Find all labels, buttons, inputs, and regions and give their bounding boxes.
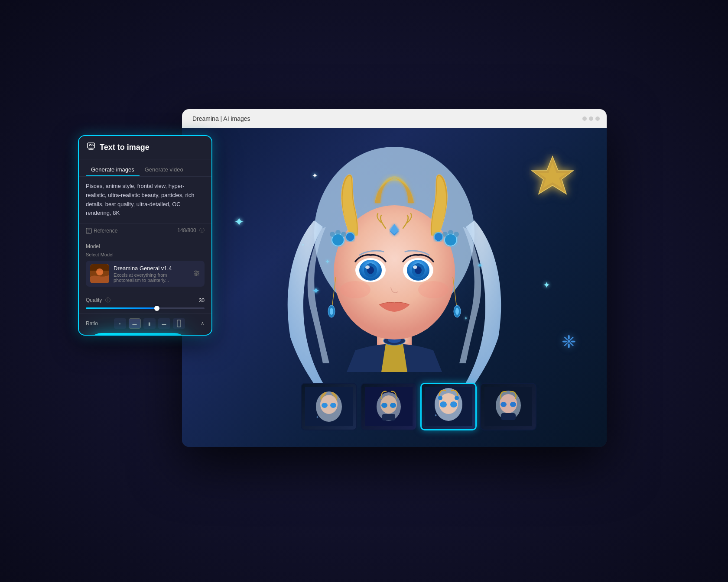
model-info: Dreamina General v1.4 Excels at everythi… (114, 265, 189, 283)
thumbnail-1[interactable]: ✦ (301, 383, 357, 430)
star-decoration-large (529, 154, 572, 197)
svg-text:✦: ✦ (325, 258, 330, 265)
left-panel: Text to image Generate images Generate v… (78, 135, 212, 336)
svg-point-37 (455, 308, 459, 315)
svg-point-24 (330, 232, 335, 237)
ratio-icon-wide: ▬ (162, 321, 166, 326)
svg-point-88 (195, 274, 197, 276)
reference-label[interactable]: Reference (86, 228, 117, 234)
select-model-label: Select Model (86, 252, 205, 257)
generate-button[interactable]: ✦ Generate (88, 333, 188, 336)
panel-header: Text to image (79, 136, 211, 159)
svg-point-61 (455, 396, 459, 400)
svg-point-49 (330, 403, 336, 408)
model-section-label: Model (86, 243, 205, 249)
svg-point-62 (440, 401, 447, 407)
browser-dot-3 (595, 116, 600, 121)
sparkle-1: ✦ (234, 215, 244, 229)
browser-title: Dreamina | AI images (189, 115, 579, 122)
svg-point-26 (341, 232, 346, 237)
char-count-info-icon: ⓘ (199, 227, 205, 233)
svg-point-69 (500, 402, 507, 407)
quality-slider[interactable] (86, 307, 205, 309)
ratio-icon-portrait: ▮ (148, 321, 151, 326)
svg-point-20 (346, 233, 354, 241)
model-description: Excels at everything from photorealism t… (114, 272, 189, 283)
thumbnail-2[interactable] (361, 383, 417, 430)
svg-point-63 (450, 401, 457, 407)
tab-generate-video[interactable]: Generate video (140, 164, 188, 176)
svg-point-82 (96, 268, 103, 275)
sparkle-2: ✦ (543, 280, 550, 290)
svg-point-75 (89, 145, 91, 146)
quality-label: Quality ⓘ (86, 297, 110, 304)
ratio-icon-landscape: ▬ (133, 321, 137, 326)
quality-section: Quality ⓘ 30 (79, 292, 211, 314)
ratio-btn-portrait[interactable]: ▮ (143, 318, 156, 329)
prompt-text: Pisces, anime style, frontal view, hyper… (86, 182, 205, 218)
tab-generate-images[interactable]: Generate images (86, 164, 140, 176)
quality-row: Quality ⓘ 30 (86, 297, 205, 304)
browser-titlebar: Dreamina | AI images (182, 109, 607, 128)
prompt-area[interactable]: Pisces, anime style, frontal view, hyper… (79, 177, 211, 223)
browser-dot-2 (589, 116, 593, 121)
svg-point-19 (413, 265, 417, 269)
ratio-section: Ratio ▪ ▬ ▮ ▬ (79, 314, 211, 335)
prompt-footer: Reference 148/800 ⓘ (79, 223, 211, 238)
svg-text:✦: ✦ (301, 242, 305, 247)
svg-point-7 (418, 281, 448, 298)
browser-dots (582, 116, 600, 121)
svg-rect-71 (501, 413, 516, 420)
ratio-btn-square[interactable]: ▪ (114, 318, 126, 329)
reference-text: Reference (94, 228, 117, 234)
ratio-label: Ratio (86, 320, 98, 327)
svg-point-25 (335, 230, 341, 235)
svg-point-55 (390, 403, 396, 408)
svg-rect-56 (382, 414, 395, 420)
thumbnail-3[interactable]: ✦ ✦ (420, 383, 477, 430)
panel-title: Text to image (100, 143, 150, 152)
quality-info-icon: ⓘ (105, 297, 110, 303)
ratio-icon-square: ▪ (119, 321, 121, 326)
model-section: Model Select Model Dreamina General v1.4… (79, 238, 211, 292)
svg-point-6 (340, 281, 370, 298)
svg-point-60 (438, 396, 442, 400)
sparkle-3: ✦ (312, 171, 318, 180)
svg-text:✦: ✦ (459, 408, 462, 411)
model-card[interactable]: Dreamina General v1.4 Excels at everythi… (86, 261, 205, 287)
slider-fill (86, 307, 157, 309)
svg-point-21 (434, 233, 443, 241)
thumbnail-strip: ✦ (297, 379, 540, 434)
char-count: 148/800 ⓘ (177, 227, 205, 234)
svg-text:✦: ✦ (477, 261, 483, 270)
svg-point-29 (454, 232, 459, 237)
browser-dot-1 (582, 116, 587, 121)
svg-point-33 (330, 308, 333, 315)
panel-tabs: Generate images Generate video (79, 159, 211, 177)
svg-point-28 (448, 230, 453, 235)
svg-point-87 (197, 272, 198, 274)
svg-point-54 (381, 403, 387, 408)
svg-text:✦: ✦ (316, 415, 319, 419)
svg-rect-89 (177, 320, 181, 327)
svg-point-14 (365, 265, 370, 269)
main-image-area: ✦ ✦ ✦ ✦ ✦ ✦ ✦ ✦ ❈ (182, 128, 607, 447)
slider-thumb (154, 306, 159, 311)
svg-text:✦: ✦ (434, 413, 438, 417)
quality-value: 30 (199, 297, 205, 304)
svg-point-48 (322, 403, 328, 408)
thumbnail-4[interactable] (480, 383, 536, 430)
ratio-btn-tall[interactable] (173, 318, 185, 329)
ratio-collapse-icon[interactable]: ∧ (201, 320, 205, 327)
svg-text:✦: ✦ (312, 285, 320, 296)
model-name: Dreamina General v1.4 (114, 265, 189, 272)
ratio-btn-landscape[interactable]: ▬ (129, 318, 141, 329)
browser-window: Dreamina | AI images (182, 109, 607, 447)
svg-point-27 (442, 232, 448, 237)
model-settings-icon[interactable] (193, 270, 200, 278)
svg-text:✦: ✦ (464, 315, 468, 321)
svg-point-70 (510, 402, 516, 407)
ratio-btn-wide[interactable]: ▬ (158, 318, 170, 329)
ratio-options: ▪ ▬ ▮ ▬ (114, 318, 185, 329)
ratio-row: Ratio ▪ ▬ ▮ ▬ (86, 318, 205, 329)
